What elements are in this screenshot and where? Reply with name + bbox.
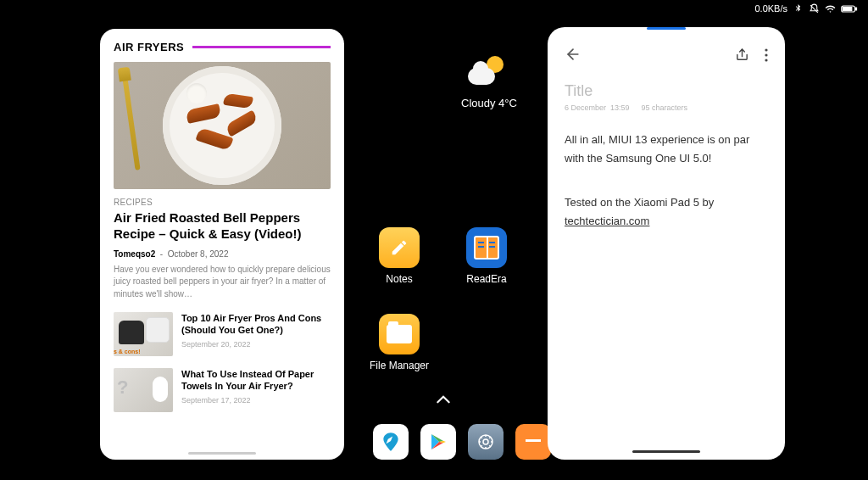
wifi-icon — [825, 3, 836, 14]
svg-point-9 — [765, 53, 767, 56]
battery-icon — [841, 3, 858, 14]
back-button[interactable] — [565, 46, 581, 67]
app-label: File Manager — [370, 360, 429, 371]
app-file-manager[interactable]: File Manager — [365, 314, 433, 371]
note-paragraph: Tested on the Xiaomi Pad 5 by techtectic… — [565, 193, 768, 231]
app-label: Notes — [386, 273, 412, 285]
net-speed: 0.0KB/s — [754, 3, 787, 14]
svg-point-8 — [765, 48, 767, 51]
list-title: What To Use Instead Of Paper Towels In Y… — [181, 368, 331, 393]
section-divider — [192, 46, 331, 48]
app-label: ReadEra — [466, 273, 506, 285]
chevron-up-icon[interactable] — [435, 392, 452, 410]
list-title: Top 10 Air Fryer Pros And Cons (Should Y… — [181, 312, 331, 337]
notes-floating-window[interactable]: Title 6 December 13:59 95 characters All… — [548, 27, 785, 460]
svg-rect-2 — [855, 8, 856, 10]
dock-app-1[interactable] — [373, 424, 409, 460]
svg-rect-3 — [843, 7, 852, 10]
section-title: AIR FRYERS — [114, 41, 184, 53]
bluetooth-icon — [793, 3, 804, 14]
dock-app-4[interactable] — [515, 424, 551, 460]
status-bar: 0.0KB/s — [0, 0, 868, 17]
category-label: RECIPES — [114, 198, 331, 207]
more-icon[interactable] — [765, 48, 768, 65]
note-paragraph: All in all, MIUI 13 experience is on par… — [565, 131, 768, 168]
note-link[interactable]: techtectician.com — [565, 215, 649, 227]
note-body[interactable]: All in all, MIUI 13 experience is on par… — [565, 131, 768, 231]
list-date: September 17, 2022 — [181, 396, 331, 405]
dnd-icon — [809, 3, 820, 14]
window-handle[interactable] — [647, 27, 686, 30]
list-thumb: s & cons! — [114, 312, 173, 356]
dock-play-store[interactable] — [420, 424, 456, 460]
blog-floating-window[interactable]: AIR FRYERS RECIPES Air Fried Roasted Bel… — [100, 29, 344, 460]
nav-indicator[interactable] — [188, 452, 256, 455]
note-meta: 6 December 13:59 95 characters — [565, 103, 768, 112]
weather-text: Cloudy 4°C — [461, 97, 512, 109]
notes-icon — [379, 227, 420, 268]
section-header: AIR FRYERS — [114, 41, 331, 53]
file-manager-icon — [379, 314, 420, 354]
article-title[interactable]: Air Fried Roasted Bell Peppers Recipe – … — [114, 210, 331, 243]
dock — [373, 424, 551, 460]
list-item[interactable]: ? What To Use Instead Of Paper Towels In… — [114, 368, 331, 412]
svg-point-10 — [765, 59, 767, 61]
share-icon[interactable] — [735, 47, 749, 65]
nav-indicator[interactable] — [632, 450, 700, 453]
featured-image[interactable] — [114, 62, 331, 189]
app-readera[interactable]: ReadEra — [453, 227, 520, 285]
article-date: October 8, 2022 — [168, 249, 229, 259]
list-item[interactable]: s & cons! Top 10 Air Fryer Pros And Cons… — [114, 312, 331, 356]
note-header — [565, 46, 768, 67]
article-author: Tomeqso2 — [114, 249, 155, 259]
app-notes[interactable]: Notes — [365, 227, 433, 285]
list-date: September 20, 2022 — [181, 340, 331, 349]
svg-point-5 — [483, 439, 488, 444]
list-thumb: ? — [114, 368, 173, 412]
weather-widget[interactable]: Cloudy 4°C — [461, 56, 512, 109]
dock-settings[interactable] — [468, 424, 504, 460]
article-excerpt: Have you ever wondered how to quickly pr… — [114, 264, 331, 301]
article-meta: Tomeqso2 - October 8, 2022 — [114, 249, 331, 259]
weather-icon — [468, 56, 505, 87]
note-title-input[interactable]: Title — [565, 82, 768, 100]
readera-icon — [466, 227, 507, 268]
